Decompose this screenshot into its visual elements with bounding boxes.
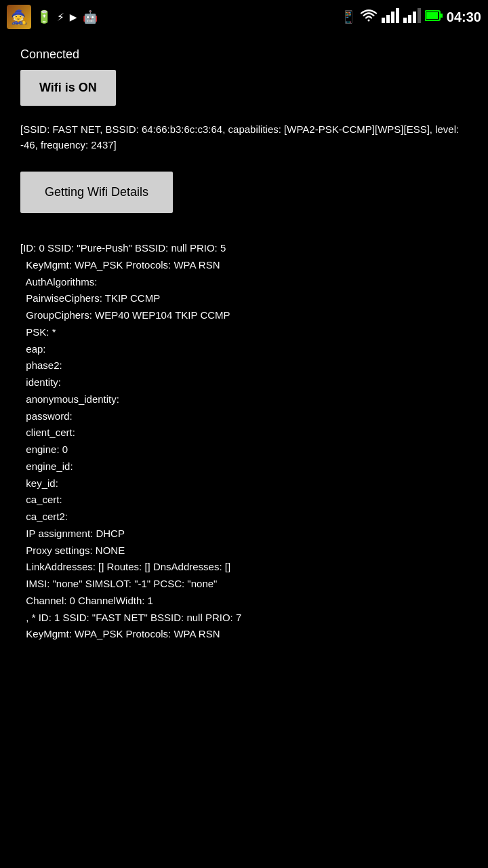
- signal-strength-icon: [382, 8, 399, 26]
- battery-status-icon: 🔋: [37, 9, 52, 24]
- svg-rect-4: [403, 18, 407, 23]
- wifi-config-info: [ID: 0 SSID: "Pure-Push" BSSID: null PRI…: [20, 240, 468, 643]
- main-content: Connected Wifi is ON [SSID: FAST NET, BS…: [0, 34, 488, 656]
- wifi-toggle-button[interactable]: Wifi is ON: [20, 70, 116, 106]
- wifi-config-text: [ID: 0 SSID: "Pure-Push" BSSID: null PRI…: [20, 242, 241, 639]
- battery-charging-icon: [425, 9, 443, 25]
- svg-rect-7: [418, 8, 421, 23]
- svg-rect-5: [408, 15, 411, 23]
- svg-rect-1: [386, 15, 390, 23]
- svg-rect-6: [413, 12, 416, 23]
- status-right-icons: 📱: [341, 8, 481, 26]
- svg-rect-0: [382, 18, 385, 23]
- android-icon: 🤖: [83, 9, 98, 24]
- svg-rect-9: [426, 12, 438, 19]
- usb-icon: ⚡: [57, 9, 64, 24]
- status-left-icons: 🧙 🔋 ⚡ ▶ 🤖: [7, 5, 98, 29]
- sim-card-icon: 📱: [341, 9, 356, 24]
- ssid-info-text: [SSID: FAST NET, BSSID: 64:66:b3:6c:c3:6…: [20, 122, 468, 153]
- svg-rect-10: [441, 14, 443, 18]
- wifi-icon: [360, 8, 378, 26]
- status-time: 04:30: [447, 9, 481, 25]
- svg-rect-3: [396, 8, 399, 23]
- status-bar: 🧙 🔋 ⚡ ▶ 🤖 📱: [0, 0, 488, 34]
- media-play-icon: ▶: [70, 9, 77, 24]
- signal-strength2-icon: [403, 8, 421, 26]
- connected-label: Connected: [20, 47, 468, 62]
- wifi-details-button[interactable]: Getting Wifi Details: [20, 172, 173, 213]
- svg-rect-2: [391, 12, 394, 23]
- app-icon: 🧙: [7, 5, 31, 29]
